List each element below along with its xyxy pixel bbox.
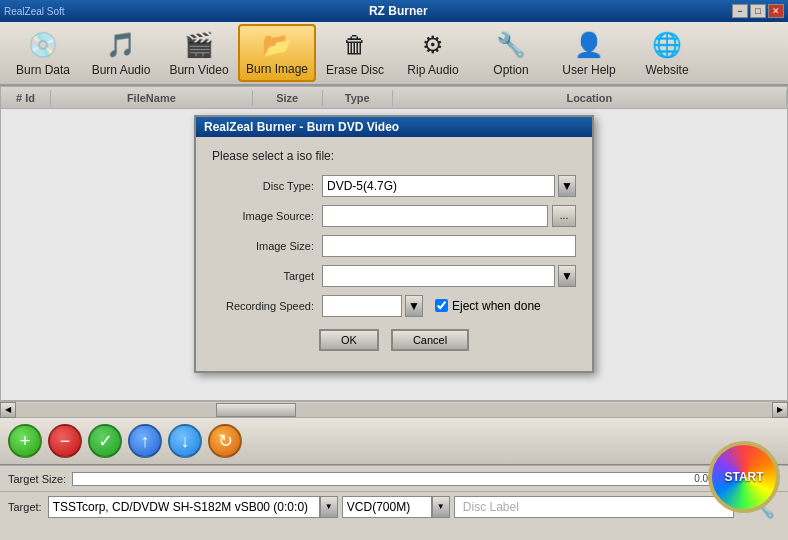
add-button[interactable]: + xyxy=(8,424,42,458)
move-down-button[interactable]: ↓ xyxy=(168,424,202,458)
target-bar: Target: TSSTcorp, CD/DVDW SH-S182M vSB00… xyxy=(0,491,788,521)
vcd-select[interactable]: VCD(700M) xyxy=(342,496,432,518)
toolbar-btn-user-help[interactable]: 👤User Help xyxy=(550,24,628,82)
toolbar-btn-label-burn-audio: Burn Audio xyxy=(92,63,151,77)
toolbar: 💿Burn Data🎵Burn Audio🎬Burn Video📂Burn Im… xyxy=(0,22,788,86)
toolbar-btn-label-erase-disc: Erase Disc xyxy=(326,63,384,77)
user-help-icon: 👤 xyxy=(571,29,607,61)
minimize-button[interactable]: − xyxy=(732,4,748,18)
toolbar-btn-burn-data[interactable]: 💿Burn Data xyxy=(4,24,82,82)
dialog-buttons: OK Cancel xyxy=(212,329,576,359)
disc-label-input[interactable]: Disc Label xyxy=(454,496,734,518)
image-size-control xyxy=(322,235,576,257)
image-size-row: Image Size: xyxy=(212,235,576,257)
recording-speed-control: ▼ Eject when done xyxy=(322,295,576,317)
target-drive-select[interactable]: TSSTcorp, CD/DVDW SH-S182M vSB00 (0:0:0) xyxy=(48,496,320,518)
toolbar-btn-label-option: Option xyxy=(493,63,528,77)
scroll-thumb[interactable] xyxy=(216,403,296,417)
burn-image-icon: 📂 xyxy=(259,30,295,60)
toolbar-btn-label-website: Website xyxy=(645,63,688,77)
target-control: ▼ xyxy=(322,265,576,287)
dialog-title: RealZeal Burner - Burn DVD Video xyxy=(196,117,592,137)
refresh-button[interactable]: ↻ xyxy=(208,424,242,458)
toolbar-btn-erase-disc[interactable]: 🗑Erase Disc xyxy=(316,24,394,82)
toolbar-btn-label-burn-image: Burn Image xyxy=(246,62,308,76)
eject-label: Eject when done xyxy=(452,299,541,313)
scroll-left[interactable]: ◀ xyxy=(0,402,16,418)
toolbar-btn-label-burn-video: Burn Video xyxy=(169,63,228,77)
vcd-value: VCD(700M) xyxy=(347,500,410,514)
horizontal-scrollbar[interactable]: ◀ ▶ xyxy=(0,401,788,417)
burn-data-icon: 💿 xyxy=(25,29,61,61)
start-button[interactable]: START xyxy=(708,441,780,513)
image-source-input[interactable] xyxy=(322,205,548,227)
disc-type-select[interactable]: DVD-5(4.7G) xyxy=(322,175,555,197)
burn-audio-icon: 🎵 xyxy=(103,29,139,61)
toolbar-btn-label-rip-audio: Rip Audio xyxy=(407,63,458,77)
target-field-label: Target xyxy=(212,270,322,282)
ok-button[interactable]: OK xyxy=(319,329,379,351)
check-button[interactable]: ✓ xyxy=(88,424,122,458)
vendor-label: RealZeal Soft xyxy=(4,6,65,17)
title-bar: RealZeal Soft RZ Burner − □ ✕ xyxy=(0,0,788,22)
rip-audio-icon: ⚙ xyxy=(415,29,451,61)
toolbar-btn-label-burn-data: Burn Data xyxy=(16,63,70,77)
dialog-subtitle: Please select a iso file: xyxy=(212,149,576,163)
table-area: # Id FileName Size Type Location RealZea… xyxy=(0,86,788,401)
target-bar-label: Target: xyxy=(8,501,42,513)
disc-label-placeholder: Disc Label xyxy=(463,500,519,514)
target-arrow[interactable]: ▼ xyxy=(558,265,576,287)
start-label: START xyxy=(724,470,763,484)
scroll-right[interactable]: ▶ xyxy=(772,402,788,418)
recording-speed-row: Recording Speed: ▼ Eject when done xyxy=(212,295,576,317)
eject-checkbox[interactable] xyxy=(435,299,448,312)
window-controls: − □ ✕ xyxy=(732,4,784,18)
toolbar-btn-burn-video[interactable]: 🎬Burn Video xyxy=(160,24,238,82)
status-bar: Target Size: 0.00M/700M 0% xyxy=(0,465,788,491)
toolbar-btn-label-user-help: User Help xyxy=(562,63,615,77)
close-button[interactable]: ✕ xyxy=(768,4,784,18)
recording-speed-select[interactable] xyxy=(322,295,402,317)
target-row: Target ▼ xyxy=(212,265,576,287)
disc-type-label: Disc Type: xyxy=(212,180,322,192)
image-size-label: Image Size: xyxy=(212,240,322,252)
target-size-label: Target Size: xyxy=(8,473,66,485)
toolbar-btn-rip-audio[interactable]: ⚙Rip Audio xyxy=(394,24,472,82)
toolbar-btn-option[interactable]: 🔧Option xyxy=(472,24,550,82)
progress-bar: 0.00M/700M 0% xyxy=(72,472,772,486)
eject-checkbox-row: Eject when done xyxy=(435,299,541,313)
recording-speed-arrow[interactable]: ▼ xyxy=(405,295,423,317)
app-title: RZ Burner xyxy=(65,4,732,18)
disc-type-value: DVD-5(4.7G) xyxy=(327,179,397,193)
vcd-arrow[interactable]: ▼ xyxy=(432,496,450,518)
option-icon: 🔧 xyxy=(493,29,529,61)
recording-speed-label: Recording Speed: xyxy=(212,300,322,312)
website-icon: 🌐 xyxy=(649,29,685,61)
burn-video-icon: 🎬 xyxy=(181,29,217,61)
dialog-body: Please select a iso file: Disc Type: DVD… xyxy=(196,137,592,371)
toolbar-btn-burn-image[interactable]: 📂Burn Image xyxy=(238,24,316,82)
target-drive-value: TSSTcorp, CD/DVDW SH-S182M vSB00 (0:0:0) xyxy=(53,500,308,514)
image-source-label: Image Source: xyxy=(212,210,322,222)
erase-disc-icon: 🗑 xyxy=(337,29,373,61)
toolbar-btn-burn-audio[interactable]: 🎵Burn Audio xyxy=(82,24,160,82)
dialog-overlay: RealZeal Burner - Burn DVD Video Please … xyxy=(1,87,787,400)
bottom-toolbar: + − ✓ ↑ ↓ ↻ xyxy=(0,417,788,465)
disc-type-arrow[interactable]: ▼ xyxy=(558,175,576,197)
remove-button[interactable]: − xyxy=(48,424,82,458)
move-up-button[interactable]: ↑ xyxy=(128,424,162,458)
image-source-control: ... xyxy=(322,205,576,227)
image-size-input[interactable] xyxy=(322,235,576,257)
browse-button[interactable]: ... xyxy=(552,205,576,227)
image-source-row: Image Source: ... xyxy=(212,205,576,227)
disc-type-row: Disc Type: DVD-5(4.7G) ▼ xyxy=(212,175,576,197)
scroll-track[interactable] xyxy=(16,403,772,417)
cancel-button[interactable]: Cancel xyxy=(391,329,469,351)
target-drive-arrow[interactable]: ▼ xyxy=(320,496,338,518)
target-select[interactable] xyxy=(322,265,555,287)
disc-type-control: DVD-5(4.7G) ▼ xyxy=(322,175,576,197)
toolbar-btn-website[interactable]: 🌐Website xyxy=(628,24,706,82)
maximize-button[interactable]: □ xyxy=(750,4,766,18)
burn-dvd-dialog: RealZeal Burner - Burn DVD Video Please … xyxy=(194,115,594,373)
